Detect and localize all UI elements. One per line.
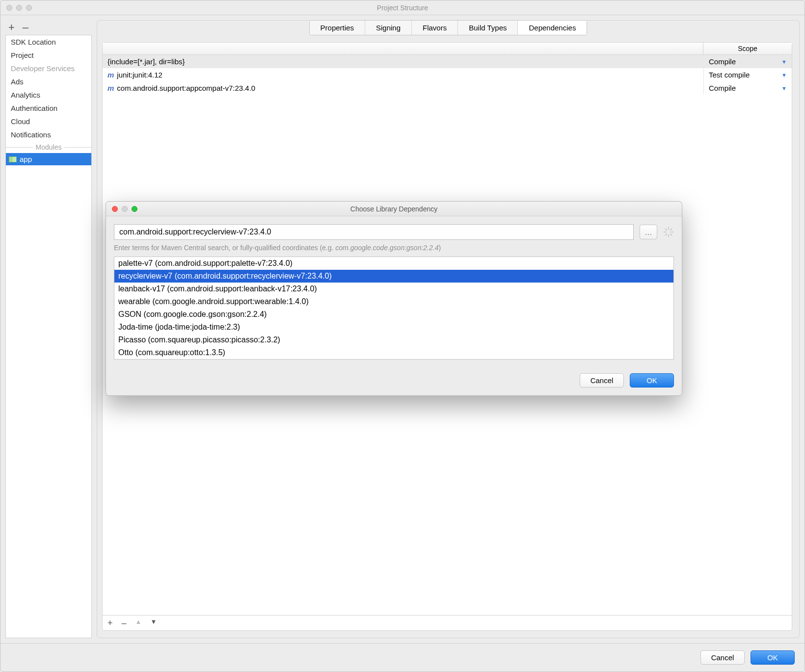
result-item[interactable]: GSON (com.google.code.gson:gson:2.2.4) <box>114 308 673 321</box>
search-hint: Enter terms for Maven Central search, or… <box>114 244 674 252</box>
dep-name: com.android.support:appcompat-v7:23.4.0 <box>117 84 255 92</box>
dep-name: {include=[*.jar], dir=libs} <box>107 57 185 66</box>
move-down-button[interactable]: ▼ <box>150 619 157 627</box>
result-list: palette-v7 (com.android.support:palette-… <box>114 257 674 360</box>
result-item[interactable]: wearable (com.google.android.support:wea… <box>114 295 673 308</box>
titlebar: Project Structure <box>0 0 805 15</box>
search-row: … <box>114 224 674 240</box>
svg-line-6 <box>665 234 667 235</box>
add-button[interactable]: + <box>8 22 15 33</box>
module-icon <box>9 156 17 162</box>
search-input[interactable] <box>114 224 634 240</box>
choose-library-dialog: Choose Library Dependency … Enter terms … <box>106 201 682 396</box>
deps-name-header <box>103 43 703 54</box>
chevron-down-icon[interactable]: ▼ <box>781 59 787 65</box>
dialog-title: Choose Library Dependency <box>106 205 682 213</box>
sidebar-item-sdk-location[interactable]: SDK Location <box>6 35 91 49</box>
svg-line-7 <box>671 229 672 230</box>
ok-button[interactable]: OK <box>751 650 795 665</box>
deps-row[interactable]: {include=[*.jar], dir=libs} Compile ▼ <box>103 55 792 68</box>
svg-line-3 <box>671 234 672 235</box>
remove-button[interactable]: – <box>23 22 28 33</box>
tab-properties[interactable]: Properties <box>310 21 365 35</box>
sidebar-item-analytics[interactable]: Analytics <box>6 88 91 102</box>
result-item[interactable]: Joda-time (joda-time:joda-time:2.3) <box>114 321 673 334</box>
left-panel: + – SDK Location Project Developer Servi… <box>5 20 92 638</box>
result-item[interactable]: Picasso (com.squareup.picasso:picasso:2.… <box>114 334 673 346</box>
add-dep-button[interactable]: + <box>107 619 113 627</box>
move-up-button[interactable]: ▲ <box>135 619 142 627</box>
sidebar-item-cloud[interactable]: Cloud <box>6 115 91 128</box>
tab-row: Properties Signing Flavors Build Types D… <box>97 21 799 35</box>
dialog-ok-button[interactable]: OK <box>630 373 674 388</box>
deps-row[interactable]: m junit:junit:4.12 Test compile ▼ <box>103 68 792 81</box>
dialog-body: … Enter terms for Maven Central search, … <box>106 216 682 367</box>
spinner-icon <box>663 227 674 237</box>
sidebar-item-ads[interactable]: Ads <box>6 75 91 88</box>
deps-row[interactable]: m com.android.support:appcompat-v7:23.4.… <box>103 81 792 95</box>
deps-header: Scope <box>103 43 792 55</box>
modules-divider: Modules <box>6 141 91 153</box>
deps-toolbar: + – ▲ ▼ <box>103 615 792 630</box>
maven-icon: m <box>107 71 114 79</box>
tab-build-types[interactable]: Build Types <box>458 21 518 35</box>
modules-label: Modules <box>33 143 65 151</box>
sidebar-toolbar: + – <box>5 20 92 35</box>
result-item[interactable]: palette-v7 (com.android.support:palette-… <box>114 257 673 270</box>
deps-scope-header: Scope <box>703 43 792 54</box>
result-item[interactable]: recyclerview-v7 (com.android.support:rec… <box>114 270 673 283</box>
result-item[interactable]: Otto (com.squareup:otto:1.3.5) <box>114 346 673 359</box>
dialog-footer: Cancel OK <box>106 367 682 395</box>
bottom-bar: Cancel OK <box>0 643 805 672</box>
chevron-down-icon[interactable]: ▼ <box>781 85 787 91</box>
dep-name: junit:junit:4.12 <box>117 71 162 79</box>
module-app[interactable]: app <box>6 153 91 165</box>
svg-line-2 <box>665 229 667 230</box>
sidebar-list: SDK Location Project Developer Services … <box>5 35 92 638</box>
result-item[interactable]: leanback-v17 (com.android.support:leanba… <box>114 283 673 295</box>
dep-scope: Test compile <box>709 71 750 79</box>
chevron-down-icon[interactable]: ▼ <box>781 72 787 78</box>
tab-signing[interactable]: Signing <box>365 21 412 35</box>
tab-flavors[interactable]: Flavors <box>412 21 458 35</box>
dep-scope: Compile <box>709 57 736 66</box>
window-title: Project Structure <box>0 4 805 12</box>
dialog-titlebar: Choose Library Dependency <box>106 202 682 216</box>
cancel-button[interactable]: Cancel <box>700 650 745 665</box>
dialog-cancel-button[interactable]: Cancel <box>580 373 624 388</box>
module-name: app <box>20 155 32 163</box>
sidebar-item-notifications[interactable]: Notifications <box>6 128 91 141</box>
tab-dependencies[interactable]: Dependencies <box>518 21 587 35</box>
browse-button[interactable]: … <box>640 225 657 239</box>
sidebar-item-project[interactable]: Project <box>6 49 91 62</box>
sidebar-section-developer-services: Developer Services <box>6 62 91 75</box>
dep-scope: Compile <box>709 84 736 92</box>
remove-dep-button[interactable]: – <box>122 619 127 627</box>
maven-icon: m <box>107 84 114 92</box>
tabs-group: Properties Signing Flavors Build Types D… <box>309 20 588 35</box>
sidebar-item-authentication[interactable]: Authentication <box>6 102 91 115</box>
